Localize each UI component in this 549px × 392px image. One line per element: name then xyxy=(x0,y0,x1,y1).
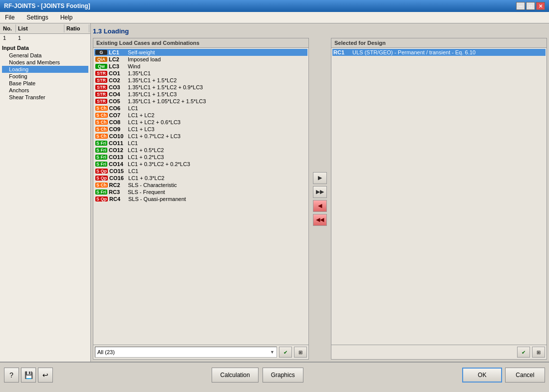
close-btn[interactable]: ✕ xyxy=(536,2,545,10)
selected-list-item[interactable]: RC1ULS (STR/GEO) - Permanent / transient… xyxy=(332,49,546,56)
existing-list-item[interactable]: S FriCO11LC1 xyxy=(94,140,307,147)
existing-list-item[interactable]: S ChCO7LC1 + LC2 xyxy=(94,112,307,119)
grid-icon-selected: ⊞ xyxy=(537,350,541,355)
table-row[interactable]: 1 1 xyxy=(0,34,90,42)
selected-panel: Selected for Design RC1ULS (STR/GEO) - P… xyxy=(331,38,547,360)
add-all-icon: ▶▶ xyxy=(316,189,324,195)
ok-btn[interactable]: OK xyxy=(462,368,502,383)
selected-panel-content[interactable]: RC1ULS (STR/GEO) - Permanent / transient… xyxy=(331,48,547,345)
sidebar-item-nodes-members[interactable]: Nodes and Members xyxy=(2,59,88,66)
checkmark-btn-selected[interactable]: ✔ xyxy=(517,347,530,358)
bottom-bar: ? 💾 ↩ Calculation Graphics OK Cancel xyxy=(0,362,549,388)
calculation-btn[interactable]: Calculation xyxy=(212,368,258,383)
grid-btn-existing[interactable]: ⊞ xyxy=(294,347,307,358)
save-btn[interactable]: 💾 xyxy=(21,368,36,383)
existing-list-item[interactable]: STRCO21.35*LC1 + 1.5*LC2 xyxy=(94,77,307,84)
existing-panel: Existing Load Cases and Combinations GLC… xyxy=(93,38,309,360)
existing-list-item[interactable]: S ChCO10LC1 + 0.7*LC2 + LC3 xyxy=(94,133,307,140)
remove-one-icon: ◀ xyxy=(318,202,322,209)
menu-settings[interactable]: Settings xyxy=(23,13,51,22)
help-btn[interactable]: ? xyxy=(4,368,19,383)
existing-list-item[interactable]: STRCO41.35*LC1 + 1.5*LC3 xyxy=(94,91,307,98)
undo-icon: ↩ xyxy=(42,371,48,379)
existing-list-item[interactable]: QiALC2Imposed load xyxy=(94,56,307,63)
right-content: 1.3 Loading Existing Load Cases and Comb… xyxy=(91,23,549,362)
row-no: 1 xyxy=(1,34,16,41)
window-controls: ─ □ ✕ xyxy=(516,2,545,10)
existing-list-item[interactable]: GLC1Self-weight xyxy=(94,49,307,56)
combo-arrow-icon: ▼ xyxy=(270,350,274,355)
nav-tree: Input Data General Data Nodes and Member… xyxy=(0,42,90,362)
existing-list-item[interactable]: S QpRC4SLS - Quasi-permanent xyxy=(94,196,307,202)
grid-icon: ⊞ xyxy=(298,350,302,355)
checkmark-icon: ✔ xyxy=(283,350,287,355)
remove-all-btn[interactable]: ◀◀ xyxy=(313,214,327,226)
existing-panel-label: Existing Load Cases and Combinations xyxy=(93,38,308,48)
undo-btn[interactable]: ↩ xyxy=(38,368,53,383)
combo-value: All (23) xyxy=(97,349,115,355)
sidebar-item-general-data[interactable]: General Data xyxy=(2,52,88,59)
existing-panel-content[interactable]: GLC1Self-weightQiALC2Imposed loadQwLC3Wi… xyxy=(93,48,308,345)
existing-list-item[interactable]: QwLC3Wind xyxy=(94,63,307,70)
existing-list-item[interactable]: STRCO11.35*LC1 xyxy=(94,70,307,77)
section-title: 1.3 Loading xyxy=(93,25,547,38)
selected-panel-footer: ✔ ⊞ xyxy=(331,345,547,359)
loading-panels: Existing Load Cases and Combinations GLC… xyxy=(93,38,547,360)
col-list: List xyxy=(16,24,64,32)
row-list: 1 xyxy=(16,34,64,41)
bottom-right: OK Cancel xyxy=(462,368,545,383)
add-one-btn[interactable]: ▶ xyxy=(313,172,327,184)
table-header: No. List Ratio xyxy=(0,23,90,34)
add-all-btn[interactable]: ▶▶ xyxy=(313,186,327,198)
save-icon: 💾 xyxy=(24,371,33,379)
col-ratio: Ratio xyxy=(64,24,89,32)
menu-file[interactable]: File xyxy=(2,13,17,22)
existing-list-item[interactable]: S FriCO14LC1 + 0.3*LC2 + 0.2*LC3 xyxy=(94,161,307,168)
maximize-btn[interactable]: □ xyxy=(526,2,535,10)
grid-btn-selected[interactable]: ⊞ xyxy=(532,347,545,358)
menu-help[interactable]: Help xyxy=(57,13,76,22)
existing-list-item[interactable]: STRCO31.35*LC1 + 1.5*LC2 + 0.9*LC3 xyxy=(94,84,307,91)
menu-bar: File Settings Help xyxy=(0,12,549,23)
title-bar: RF-JOINTS - [JOINTS Footing] ─ □ ✕ xyxy=(0,0,549,12)
bottom-left: ? 💾 ↩ xyxy=(4,368,53,383)
window-title: RF-JOINTS - [JOINTS Footing] xyxy=(4,2,90,9)
existing-list-item[interactable]: S QpCO16LC1 + 0.3*LC2 xyxy=(94,175,307,182)
bottom-center: Calculation Graphics xyxy=(212,368,303,383)
checkmark-icon-selected: ✔ xyxy=(522,350,526,355)
existing-panel-footer: All (23) ▼ ✔ ⊞ xyxy=(93,345,308,359)
existing-list-item[interactable]: S FriRC3SLS - Frequent xyxy=(94,189,307,196)
sidebar-item-anchors[interactable]: Anchors xyxy=(2,87,88,94)
main-area: No. List Ratio 1 1 Input Data General Da… xyxy=(0,23,549,362)
selected-panel-label: Selected for Design xyxy=(331,38,547,48)
checkmark-btn-existing[interactable]: ✔ xyxy=(279,347,292,358)
filter-combo[interactable]: All (23) ▼ xyxy=(95,347,277,358)
left-panel: No. List Ratio 1 1 Input Data General Da… xyxy=(0,23,91,362)
sidebar-item-loading[interactable]: Loading xyxy=(2,66,88,73)
cancel-btn[interactable]: Cancel xyxy=(505,368,545,383)
help-icon: ? xyxy=(9,371,13,379)
row-ratio xyxy=(64,34,89,41)
remove-all-icon: ◀◀ xyxy=(316,216,324,223)
existing-list-item[interactable]: STRCO51.35*LC1 + 1.05*LC2 + 1.5*LC3 xyxy=(94,98,307,105)
existing-list-item[interactable]: S FriCO12LC1 + 0.5*LC2 xyxy=(94,147,307,154)
existing-list-item[interactable]: S FriCO13LC1 + 0.2*LC3 xyxy=(94,154,307,161)
existing-list-item[interactable]: S ChCO6LC1 xyxy=(94,105,307,112)
add-one-icon: ▶ xyxy=(318,175,322,181)
col-no: No. xyxy=(1,24,16,32)
sidebar-item-footing[interactable]: Footing xyxy=(2,73,88,80)
nav-section-input: Input Data xyxy=(2,44,88,52)
transfer-buttons: ▶ ▶▶ ◀ ◀◀ xyxy=(311,38,329,360)
existing-list-item[interactable]: S ChRC2SLS - Characteristic xyxy=(94,182,307,189)
remove-one-btn[interactable]: ◀ xyxy=(313,200,327,212)
graphics-btn[interactable]: Graphics xyxy=(263,368,303,383)
existing-list-item[interactable]: S QpCO15LC1 xyxy=(94,168,307,175)
existing-list-item[interactable]: S ChCO9LC1 + LC3 xyxy=(94,126,307,133)
sidebar-item-shear-transfer[interactable]: Shear Transfer xyxy=(2,94,88,101)
existing-list-item[interactable]: S ChCO8LC1 + LC2 + 0.6*LC3 xyxy=(94,119,307,126)
minimize-btn[interactable]: ─ xyxy=(516,2,525,10)
sidebar-item-base-plate[interactable]: Base Plate xyxy=(2,80,88,87)
